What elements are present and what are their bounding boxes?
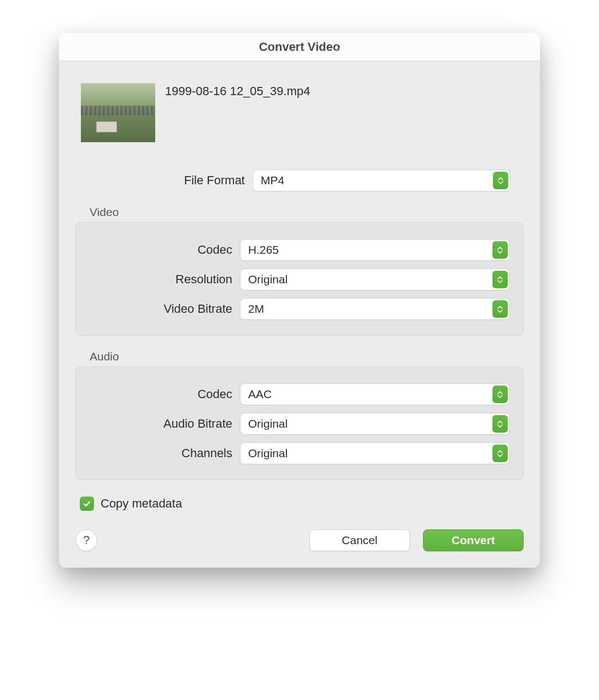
cancel-button-label: Cancel [342, 534, 377, 547]
checkmark-icon [83, 499, 91, 508]
audio-codec-select[interactable]: AAC [240, 383, 510, 405]
audio-channels-value: Original [248, 447, 287, 460]
file-info-row: 1999-08-16 12_05_39.mp4 [75, 83, 524, 142]
video-codec-row: Codec H.265 [89, 239, 510, 261]
video-codec-label: Codec [89, 243, 240, 257]
file-format-row: File Format MP4 [89, 170, 510, 191]
audio-channels-select[interactable]: Original [240, 442, 510, 464]
audio-group-label: Audio [90, 350, 524, 363]
help-icon: ? [83, 533, 90, 547]
select-stepper-icon [492, 300, 508, 318]
select-stepper-icon [492, 415, 508, 433]
video-bitrate-select[interactable]: 2M [240, 298, 510, 320]
audio-bitrate-row: Audio Bitrate Original [89, 413, 510, 435]
audio-group: Codec AAC Audio Bitrate Original [75, 366, 524, 480]
filename-label: 1999-08-16 12_05_39.mp4 [165, 83, 310, 98]
video-codec-select[interactable]: H.265 [240, 239, 510, 261]
video-resolution-value: Original [248, 273, 287, 286]
video-group: Codec H.265 Resolution Original [75, 222, 524, 336]
titlebar: Convert Video [59, 33, 540, 61]
video-resolution-select[interactable]: Original [240, 269, 510, 290]
file-format-select[interactable]: MP4 [252, 170, 510, 191]
file-format-value: MP4 [261, 174, 284, 187]
video-resolution-label: Resolution [89, 272, 240, 287]
convert-button[interactable]: Convert [423, 529, 524, 551]
help-button[interactable]: ? [75, 529, 97, 551]
dialog-footer: ? Cancel Convert [75, 529, 524, 551]
audio-channels-row: Channels Original [89, 442, 510, 464]
select-stepper-icon [492, 386, 508, 403]
dialog-content: 1999-08-16 12_05_39.mp4 File Format MP4 … [59, 61, 540, 568]
audio-codec-label: Codec [89, 387, 240, 401]
audio-bitrate-label: Audio Bitrate [89, 417, 240, 431]
audio-bitrate-select[interactable]: Original [240, 413, 510, 435]
audio-codec-row: Codec AAC [89, 383, 510, 405]
cancel-button[interactable]: Cancel [309, 529, 410, 551]
copy-metadata-checkbox[interactable] [80, 497, 94, 511]
copy-metadata-label: Copy metadata [101, 497, 182, 511]
copy-metadata-row[interactable]: Copy metadata [80, 497, 524, 511]
select-stepper-icon [492, 271, 508, 288]
video-bitrate-row: Video Bitrate 2M [89, 298, 510, 320]
select-stepper-icon [492, 241, 508, 259]
video-bitrate-label: Video Bitrate [89, 302, 240, 316]
select-stepper-icon [493, 172, 508, 189]
file-format-label: File Format [89, 173, 252, 188]
video-bitrate-value: 2M [248, 302, 264, 316]
audio-channels-label: Channels [89, 446, 240, 460]
video-resolution-row: Resolution Original [89, 269, 510, 290]
video-group-label: Video [90, 206, 524, 219]
select-stepper-icon [492, 445, 508, 462]
convert-button-label: Convert [451, 534, 495, 547]
audio-bitrate-value: Original [248, 417, 287, 430]
dialog-title: Convert Video [59, 40, 540, 54]
video-thumbnail [81, 83, 155, 142]
audio-codec-value: AAC [248, 388, 272, 401]
convert-video-dialog: Convert Video 1999-08-16 12_05_39.mp4 Fi… [59, 33, 540, 568]
video-codec-value: H.265 [248, 243, 279, 256]
